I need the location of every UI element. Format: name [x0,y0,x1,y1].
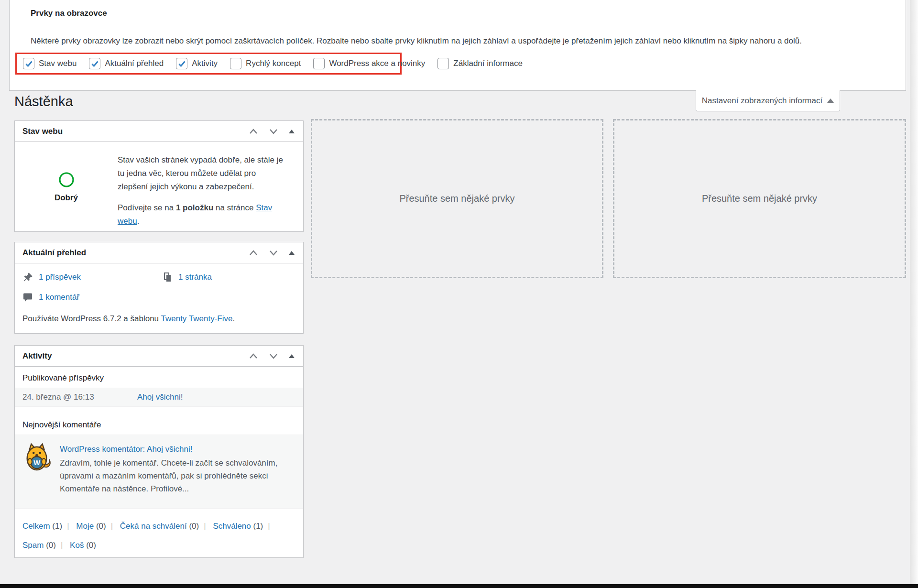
item-count: 1 položku [176,203,213,212]
filter-link[interactable]: Koš [70,541,84,550]
site-health-good-icon [58,171,75,188]
glance-comments-item: 1 komentář [22,292,162,303]
checkmark-icon [178,60,186,68]
comment-icon [22,292,33,303]
checkmark-icon [91,60,99,68]
checkbox-box[interactable] [89,58,100,69]
screen-options-description: Některé prvky obrazovky lze zobrazit neb… [31,36,843,46]
filter-moje: Moje (0) [76,522,118,531]
filter-ceka-na-schvaleni: Čeká na schválení (0) [120,522,211,531]
widget-title: Aktuální přehled [22,248,86,258]
window-bottom-edge [0,584,918,588]
widget-title: Stav webu [22,127,63,136]
move-up-button[interactable] [248,352,259,360]
chevron-down-icon [269,128,278,135]
screen-options-toggle-button[interactable]: Nastavení zobrazených informací [696,90,840,111]
filter-celkem: Celkem (1) [22,522,74,531]
checkmark-icon [25,60,33,68]
post-title-link[interactable]: Ahoj všichni! [137,392,183,402]
checkbox-wordpress-akce-a-novinky[interactable]: WordPress akce a novinky [313,58,425,69]
collapse-triangle-icon [289,130,295,133]
glance-comments-link[interactable]: 1 komentář [39,293,79,302]
published-posts-header: Publikované příspěvky [15,367,303,388]
site-health-paragraph: Stav vašich stránek vypadá dobře, ale st… [118,153,286,194]
glance-pages-item: 1 stránka [162,272,295,283]
collapse-toggle-button[interactable] [288,129,295,134]
caret-up-icon [827,98,834,103]
widget-site-health-header[interactable]: Stav webu [15,121,303,142]
collapse-triangle-icon [289,251,295,255]
checkbox-zakladni-informace[interactable]: Základní informace [437,58,523,69]
glance-pages-link[interactable]: 1 stránka [178,272,212,282]
checkbox-box[interactable] [23,58,34,69]
checkbox-aktivity[interactable]: Aktivity [176,58,218,69]
chevron-down-icon [269,353,278,359]
screen-options-panel: Prvky na obrazovce Některé prvky obrazov… [9,0,906,91]
widget-drop-zone[interactable]: Přesuňte sem nějaké prvky [311,119,603,278]
filter-spam: Spam (0) [22,541,67,550]
glance-posts-link[interactable]: 1 příspěvek [39,272,81,282]
screen-options-toggle-label: Nastavení zobrazených informací [702,96,822,106]
chevron-up-icon [249,250,258,256]
post-date: 24. března @ 16:13 [22,392,137,402]
collapse-triangle-icon [289,354,295,358]
collapse-toggle-button[interactable] [288,353,295,359]
glance-posts-item: 1 příspěvek [22,272,162,283]
wordpress-version-line: Používáte WordPress 6.7.2 a šablonu Twen… [22,314,295,324]
drop-zone-placeholder: Přesuňte sem nějaké prvky [702,193,817,204]
comment-author-link[interactable]: WordPress komentátor: Ahoj všichni! [60,443,289,456]
chevron-up-icon [249,128,258,135]
page-icon [162,272,173,283]
comment-filters: Celkem (1) Moje (0) Čeká na schválení (0… [15,509,303,565]
widget-activity: Aktivity Publikované příspěvky 24. březn… [14,345,304,558]
filter-link[interactable]: Moje [76,522,94,531]
widget-at-a-glance: Aktuální přehled 1 příspěvek [14,242,304,334]
checkbox-box[interactable] [313,58,325,69]
site-health-call-to-action: Podívejte se na 1 položku na stránce Sta… [118,201,286,228]
scrollbar-track[interactable] [910,0,918,584]
drop-zone-placeholder: Přesuňte sem nějaké prvky [399,193,514,204]
svg-text:W: W [33,459,40,467]
filter-link[interactable]: Spam [22,541,44,550]
comment-excerpt: Zdravím, tohle je komentář. Chcete-li za… [60,458,277,493]
move-up-button[interactable] [248,249,259,257]
widget-title: Aktivity [22,351,52,361]
filter-link[interactable]: Schváleno [213,522,251,531]
checkbox-label: Rychlý koncept [246,59,301,68]
checkbox-aktualni-prehled[interactable]: Aktuální přehled [89,58,164,69]
checkbox-label: WordPress akce a novinky [329,59,425,68]
filter-kos: Koš (0) [70,541,96,550]
filter-link[interactable]: Čeká na schválení [120,522,187,531]
filter-link[interactable]: Celkem [22,522,50,531]
filter-count: (0) [46,541,56,550]
checkbox-box[interactable] [230,58,241,69]
filter-count: (0) [86,541,96,550]
widget-drop-zone[interactable]: Přesuňte sem nějaké prvky [613,119,906,278]
page-title: Nástěnka [14,94,73,109]
chevron-up-icon [249,353,258,359]
move-down-button[interactable] [268,127,279,136]
move-up-button[interactable] [248,127,259,136]
checkbox-label: Základní informace [453,59,523,68]
widget-activity-header[interactable]: Aktivity [15,346,303,367]
checkbox-rychly-koncept[interactable]: Rychlý koncept [230,58,301,69]
checkbox-label: Aktivity [192,59,218,68]
checkbox-label: Stav webu [39,59,76,68]
published-post-row: 24. března @ 16:13 Ahoj všichni! [15,388,303,407]
latest-comments-header: Nejnovější komentáře [15,414,303,435]
collapse-toggle-button[interactable] [288,250,295,256]
widget-at-a-glance-header[interactable]: Aktuální přehled [15,242,303,263]
checkbox-label: Aktuální přehled [105,59,164,68]
theme-link[interactable]: Twenty Twenty-Five [161,314,233,323]
filter-count: (1) [52,522,62,531]
filter-count: (0) [96,522,106,531]
filter-schvaleno: Schváleno (1) [213,522,274,531]
checkbox-stav-webu[interactable]: Stav webu [23,58,76,69]
move-down-button[interactable] [268,352,279,360]
widget-site-health: Stav webu Dobrý Stav vašich stránek vypa… [14,120,304,232]
checkbox-box[interactable] [176,58,187,69]
filter-count: (1) [253,522,263,531]
checkbox-box[interactable] [437,58,449,69]
screen-options-title: Prvky na obrazovce [31,9,107,18]
move-down-button[interactable] [268,249,279,257]
